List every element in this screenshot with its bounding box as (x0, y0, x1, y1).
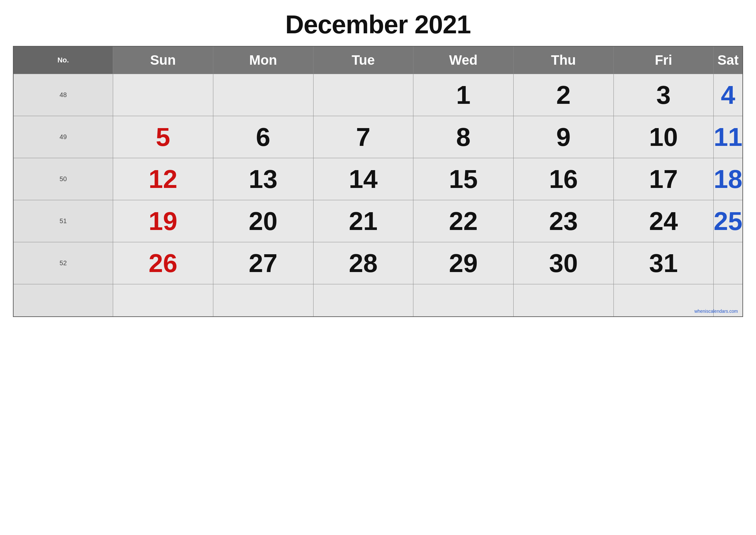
calendar-table: No. Sun Mon Tue Wed Thu Fri Sat 48123449… (13, 46, 743, 317)
day-cell (313, 74, 413, 116)
day-cell: 23 (513, 200, 613, 242)
week-number-1: 48 (13, 74, 113, 116)
day-cell: 29 (413, 242, 513, 284)
day-cell: 16 (513, 158, 613, 200)
calendar-row-2: 49567891011 (13, 116, 743, 158)
day-number: 22 (413, 200, 513, 242)
day-cell (413, 284, 513, 317)
day-number: 4 (714, 74, 742, 116)
day-cell: 8 (413, 116, 513, 158)
day-cell: 11 (713, 116, 743, 158)
day-cell (213, 74, 313, 116)
day-cell: 7 (313, 116, 413, 158)
header-wed: Wed (413, 46, 513, 74)
week-number-3: 50 (13, 158, 113, 200)
day-number: 7 (313, 116, 413, 158)
day-cell: 22 (413, 200, 513, 242)
day-cell: 28 (313, 242, 413, 284)
header-tue: Tue (313, 46, 413, 74)
day-number: 8 (413, 116, 513, 158)
day-cell: 21 (313, 200, 413, 242)
header-sun: Sun (113, 46, 213, 74)
calendar-row-6: wheniscalendars.com (13, 284, 743, 317)
calendar-row-5: 52262728293031 (13, 242, 743, 284)
day-number: 31 (614, 242, 713, 284)
day-cell: 13 (213, 158, 313, 200)
day-number: 26 (113, 242, 213, 284)
day-cell: 31 (613, 242, 713, 284)
day-cell: 17 (613, 158, 713, 200)
day-number: 25 (714, 200, 742, 242)
day-cell: 30 (513, 242, 613, 284)
day-cell: 9 (513, 116, 613, 158)
day-number: 28 (313, 242, 413, 284)
day-cell: 3 (613, 74, 713, 116)
day-number: 9 (514, 116, 613, 158)
day-cell: 4 (713, 74, 743, 116)
day-number: 1 (413, 74, 513, 116)
day-number: 12 (113, 158, 213, 200)
day-number: 20 (213, 200, 313, 242)
header-no: No. (13, 46, 113, 74)
day-cell (313, 284, 413, 317)
day-number: 17 (614, 158, 713, 200)
day-cell (113, 284, 213, 317)
day-cell: 24 (613, 200, 713, 242)
week-number-2: 49 (13, 116, 113, 158)
day-cell: 25 (713, 200, 743, 242)
week-number-4: 51 (13, 200, 113, 242)
day-cell: 15 (413, 158, 513, 200)
day-number: 14 (313, 158, 413, 200)
day-number: 6 (213, 116, 313, 158)
day-number: 29 (413, 242, 513, 284)
calendar-row-4: 5119202122232425 (13, 200, 743, 242)
day-number: 21 (313, 200, 413, 242)
header-thu: Thu (513, 46, 613, 74)
day-cell: 1 (413, 74, 513, 116)
day-cell: 12 (113, 158, 213, 200)
day-number: 30 (514, 242, 613, 284)
day-cell (713, 242, 743, 284)
day-number: 11 (714, 116, 742, 158)
day-number: 2 (514, 74, 613, 116)
day-number: 10 (614, 116, 713, 158)
day-cell: 20 (213, 200, 313, 242)
day-number: 3 (614, 74, 713, 116)
day-cell: 10 (613, 116, 713, 158)
day-cell: 2 (513, 74, 613, 116)
day-cell (213, 284, 313, 317)
header-sat: Sat (713, 46, 743, 74)
header-row: No. Sun Mon Tue Wed Thu Fri Sat (13, 46, 743, 74)
day-number: 27 (213, 242, 313, 284)
day-number: 16 (514, 158, 613, 200)
day-cell: 19 (113, 200, 213, 242)
day-cell: 27 (213, 242, 313, 284)
day-cell: 5 (113, 116, 213, 158)
calendar-row-1: 481234 (13, 74, 743, 116)
day-cell (113, 74, 213, 116)
day-cell: 14 (313, 158, 413, 200)
day-number: 19 (113, 200, 213, 242)
day-cell: 26 (113, 242, 213, 284)
week-number-6 (13, 284, 113, 317)
day-cell: 18 (713, 158, 743, 200)
header-mon: Mon (213, 46, 313, 74)
day-number: 24 (614, 200, 713, 242)
day-number: 23 (514, 200, 613, 242)
day-cell: 6 (213, 116, 313, 158)
header-fri: Fri (613, 46, 713, 74)
day-number: 18 (714, 158, 742, 200)
day-cell (513, 284, 613, 317)
day-number: 15 (413, 158, 513, 200)
watermark-text: wheniscalendars.com (692, 307, 741, 315)
calendar-row-3: 5012131415161718 (13, 158, 743, 200)
week-number-5: 52 (13, 242, 113, 284)
day-number: 13 (213, 158, 313, 200)
page-title: December 2021 (285, 10, 471, 40)
day-number: 5 (113, 116, 213, 158)
day-cell: wheniscalendars.com (713, 284, 743, 317)
